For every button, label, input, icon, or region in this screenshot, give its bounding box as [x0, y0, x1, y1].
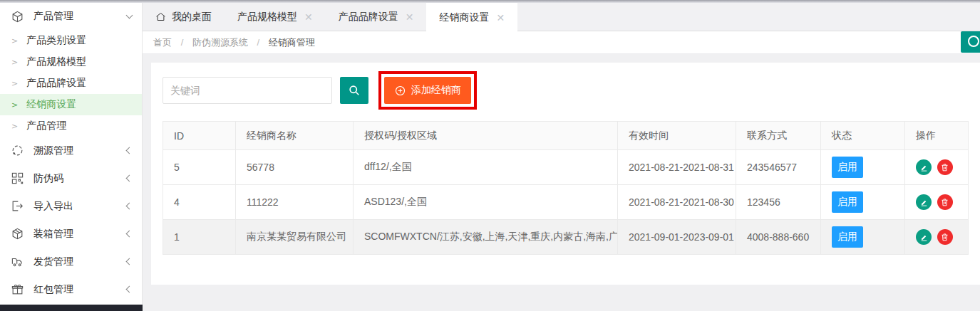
tab-my-desktop[interactable]: 我的桌面: [143, 3, 225, 31]
tab-dealer-settings[interactable]: 经销商设置 ✕: [426, 3, 517, 32]
delete-button[interactable]: [937, 194, 953, 210]
pencil-icon: [919, 163, 929, 172]
edit-button[interactable]: [916, 159, 932, 175]
tab-product-spec[interactable]: 产品规格模型 ✕: [225, 3, 326, 31]
col-valid-time: 有效时间: [618, 122, 736, 150]
cell-auth: dff12/,全国: [354, 150, 618, 185]
status-enable-button[interactable]: 启用: [832, 226, 863, 248]
chevron-left-icon: [126, 175, 133, 182]
home-icon: [155, 11, 166, 22]
plus-circle-icon: [394, 85, 406, 97]
sidebar-item-import-export[interactable]: 导入导出: [0, 192, 142, 220]
sidebar-item-shipping-management[interactable]: 发货管理: [0, 248, 142, 275]
chevron-left-icon: [126, 203, 133, 210]
chevron-left-icon: [126, 231, 133, 238]
sidebar: 产品管理 > 产品类别设置 > 产品规格模型 > 产品品牌设置 > 经销商设置 …: [0, 3, 143, 305]
sidebar-subitem-label: 产品规格模型: [26, 56, 86, 68]
breadcrumb: 首页 / 防伪溯源系统 / 经销商管理: [143, 31, 980, 54]
search-icon: [347, 83, 361, 97]
edit-button[interactable]: [916, 229, 932, 245]
col-dealer-name: 经销商名称: [236, 122, 354, 150]
cell-dealer-name: 111222: [236, 185, 354, 220]
gift-icon: [10, 283, 24, 297]
sidebar-item-label: 导入导出: [33, 200, 127, 213]
tab-label: 我的桌面: [172, 11, 212, 23]
pencil-icon: [919, 198, 929, 207]
sidebar-item-label: 防伪码: [33, 172, 127, 185]
pencil-icon: [919, 233, 929, 242]
trash-icon: [940, 163, 949, 172]
cell-id: 4: [163, 185, 236, 220]
dealer-table: ID 经销商名称 授权码/授权区域 有效时间 联系方式 状态 操作 5 5677…: [163, 121, 969, 255]
search-button[interactable]: [340, 77, 368, 104]
sidebar-item-anticounterfeit-code[interactable]: 防伪码: [0, 164, 142, 192]
close-icon[interactable]: ✕: [304, 12, 313, 22]
sidebar-item-redpacket-management[interactable]: 红包管理: [0, 275, 142, 303]
sidebar-item-label: 产品管理: [33, 10, 127, 23]
sidebar-item-product-management[interactable]: 产品管理: [0, 3, 142, 30]
shipping-icon: [10, 255, 24, 269]
annotation-highlight-box: 添加经销商: [378, 71, 477, 110]
cell-dealer-name: 南京某某贸易有限公司: [236, 220, 354, 255]
sidebar-subitem-label: 产品品牌设置: [26, 77, 86, 90]
col-status: 状态: [821, 122, 905, 150]
qrcode-icon: [10, 172, 24, 186]
tab-label: 经销商设置: [439, 11, 489, 24]
sidebar-item-label: 溯源管理: [33, 144, 127, 157]
trace-icon: [10, 144, 24, 158]
status-enable-button[interactable]: 启用: [832, 157, 863, 178]
close-icon[interactable]: ✕: [406, 12, 414, 22]
status-enable-button[interactable]: 启用: [832, 191, 863, 213]
collapse-circle-button[interactable]: [961, 31, 980, 53]
sidebar-subitem-label: 产品管理: [26, 120, 66, 132]
breadcrumb-home[interactable]: 首页: [153, 37, 172, 48]
breadcrumb-current: 经销商管理: [269, 37, 315, 48]
chevron-left-icon: [126, 286, 133, 293]
toolbar: 添加经销商: [163, 71, 969, 110]
trash-icon: [940, 198, 949, 207]
sidebar-subitem-label: 经销商设置: [26, 98, 76, 111]
breadcrumb-system[interactable]: 防伪溯源系统: [192, 37, 248, 48]
table-row: 4 111222 ASD123/,全国 2021-08-21-2021-08-3…: [163, 185, 969, 220]
cell-valid: 2021-08-21-2021-08-30: [618, 185, 736, 220]
col-id: ID: [163, 122, 236, 150]
sidebar-item-dealer-settings[interactable]: > 经销商设置: [0, 94, 142, 115]
delete-button[interactable]: [937, 159, 953, 175]
chevron-down-icon: [126, 12, 133, 19]
sidebar-item-product-spec[interactable]: > 产品规格模型: [0, 51, 142, 73]
tab-product-brand[interactable]: 产品品牌设置 ✕: [326, 3, 427, 31]
chevron-right-icon: >: [11, 79, 18, 88]
sidebar-subitem-label: 产品类别设置: [26, 34, 86, 47]
chevron-left-icon: [126, 147, 133, 154]
circle-icon: [968, 36, 979, 47]
cell-contact: 243546577: [736, 150, 821, 185]
tab-label: 产品品牌设置: [339, 11, 398, 23]
col-contact: 联系方式: [736, 122, 821, 150]
box-icon: [10, 227, 24, 241]
sidebar-item-label: 发货管理: [33, 255, 127, 268]
chevron-right-icon: >: [11, 122, 18, 131]
tab-bar: 我的桌面 产品规格模型 ✕ 产品品牌设置 ✕ 经销商设置 ✕: [143, 3, 980, 31]
chevron-left-icon: [126, 258, 133, 265]
cell-contact: 4008-888-660: [736, 220, 821, 255]
breadcrumb-separator: /: [181, 37, 184, 48]
close-icon[interactable]: ✕: [496, 13, 505, 23]
sidebar-item-product-brand[interactable]: > 产品品牌设置: [0, 73, 142, 94]
col-actions: 操作: [905, 122, 969, 150]
search-input[interactable]: [163, 77, 332, 104]
chevron-right-icon: >: [11, 100, 18, 110]
sidebar-item-product-manage[interactable]: > 产品管理: [0, 115, 142, 137]
edit-button[interactable]: [916, 194, 932, 210]
sidebar-item-label: 装箱管理: [33, 228, 127, 241]
add-dealer-button[interactable]: 添加经销商: [384, 77, 471, 104]
sidebar-item-trace-management[interactable]: 溯源管理: [0, 137, 142, 164]
delete-button[interactable]: [937, 229, 953, 245]
sidebar-item-product-category[interactable]: > 产品类别设置: [0, 30, 142, 51]
table-row: 5 56778 dff12/,全国 2021-08-21-2021-08-31 …: [163, 150, 969, 185]
chevron-right-icon: >: [11, 58, 18, 67]
table-row: 1 南京某某贸易有限公司 SCOMFWXTCN/江苏,安徽,上海,天津,重庆,内…: [163, 220, 969, 255]
package-icon: [10, 9, 24, 23]
sidebar-item-packing-management[interactable]: 装箱管理: [0, 220, 142, 248]
cell-dealer-name: 56778: [236, 150, 354, 185]
cell-auth: ASD123/,全国: [354, 185, 618, 220]
